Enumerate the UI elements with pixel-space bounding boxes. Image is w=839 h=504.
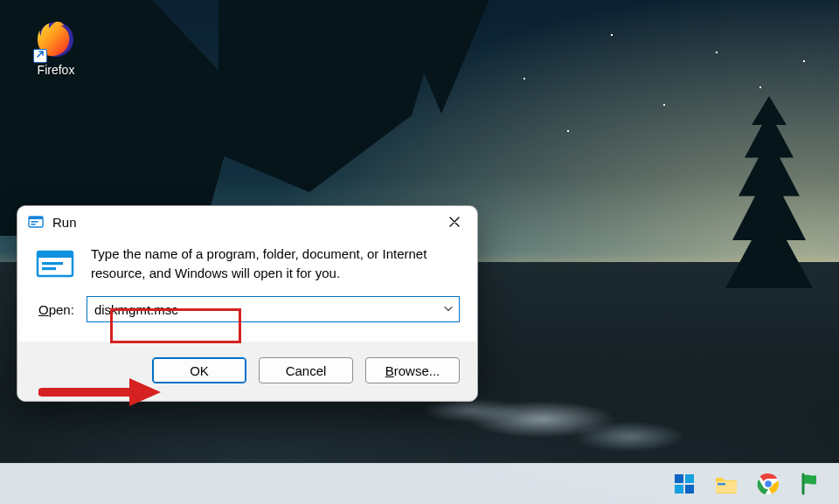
svg-rect-4: [31, 224, 36, 225]
run-title: Run: [52, 215, 77, 230]
cancel-button[interactable]: Cancel: [259, 357, 353, 383]
taskbar-chrome[interactable]: [755, 471, 781, 497]
flag-icon: [801, 473, 820, 495]
close-icon: [449, 217, 460, 227]
browse-button[interactable]: Browse...: [365, 357, 460, 383]
svg-rect-3: [31, 221, 38, 223]
svg-rect-13: [675, 485, 683, 494]
run-description: Type the name of a program, folder, docu…: [91, 245, 460, 284]
desktop-shortcut-label: Firefox: [24, 63, 87, 77]
titlebar[interactable]: Run: [17, 206, 477, 238]
taskbar-app-green[interactable]: [797, 471, 823, 497]
open-label: Open:: [38, 302, 74, 317]
svg-rect-7: [42, 262, 63, 265]
svg-rect-15: [716, 481, 737, 493]
windows-start-icon: [673, 473, 696, 495]
taskbar-start-button[interactable]: [671, 471, 697, 497]
svg-rect-16: [718, 483, 725, 485]
run-titlebar-icon: [28, 214, 44, 230]
taskbar-file-explorer[interactable]: [713, 471, 739, 497]
scenery-pine: [725, 96, 813, 288]
file-explorer-icon: [714, 473, 738, 494]
desktop: Firefox Run: [0, 0, 839, 504]
svg-point-19: [765, 480, 772, 487]
svg-rect-14: [685, 485, 694, 494]
shortcut-arrow-icon: [33, 49, 47, 63]
run-dialog: Run Type the name of a program, folder, …: [17, 205, 478, 402]
open-input[interactable]: [87, 297, 459, 321]
ok-button[interactable]: OK: [152, 357, 246, 383]
open-combobox[interactable]: [87, 296, 460, 322]
dialog-button-row: OK Cancel Browse...: [17, 342, 477, 401]
close-button[interactable]: [433, 206, 475, 238]
svg-rect-2: [29, 217, 43, 219]
taskbar[interactable]: [0, 463, 839, 504]
svg-rect-12: [685, 474, 694, 483]
svg-rect-8: [42, 267, 56, 270]
desktop-shortcut-firefox[interactable]: Firefox: [24, 19, 87, 77]
svg-rect-6: [38, 252, 73, 258]
run-body-icon: [35, 245, 75, 284]
chrome-icon: [757, 473, 780, 495]
svg-rect-11: [675, 474, 683, 483]
